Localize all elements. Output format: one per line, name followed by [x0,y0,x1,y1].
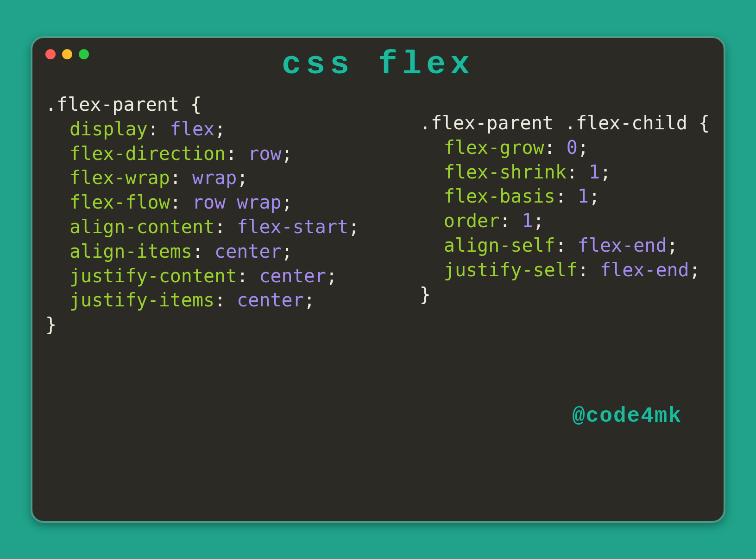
css-property: order [444,210,499,231]
colon: : [170,191,181,213]
css-value: center [259,265,326,286]
semicolon: ; [282,143,293,164]
css-value: flex-start [237,216,348,237]
code-block-child: .flex-parent .flex-child { flex-grow: 0;… [420,111,711,337]
colon: : [544,137,555,158]
code-columns: .flex-parent { display: flex; flex-direc… [32,83,724,337]
css-property: flex-shrink [444,161,567,183]
colon: : [555,235,567,256]
css-property: flex-wrap [69,167,170,188]
semicolon: ; [237,167,248,188]
css-property: justify-self [444,259,578,280]
author-handle: @code4mk [572,404,682,428]
close-brace: } [420,284,431,305]
css-property: flex-direction [69,143,226,164]
semicolon: ; [600,161,611,183]
colon: : [499,210,510,231]
semicolon: ; [578,137,589,158]
css-property: flex-flow [69,191,170,213]
semicolon: ; [589,185,600,207]
colon: : [148,118,159,140]
css-property: flex-basis [444,185,555,207]
css-value: 0 [567,137,578,158]
css-property: justify-items [69,289,214,311]
semicolon: ; [689,259,700,280]
selector: .flex-parent [45,94,179,115]
colon: : [237,265,248,286]
css-property: display [69,118,148,140]
open-brace: { [190,94,202,115]
code-window: css flex .flex-parent { display: flex; f… [31,36,725,523]
maximize-icon[interactable] [79,49,89,59]
selector: .flex-parent .flex-child [420,112,687,133]
colon: : [214,216,226,237]
semicolon: ; [282,191,293,213]
css-value: row [248,143,281,164]
traffic-lights [45,49,89,59]
semicolon: ; [667,235,678,256]
css-value: wrap [192,167,237,188]
open-brace: { [699,112,710,133]
css-property: align-items [69,241,192,262]
css-value: 1 [578,185,589,207]
css-value: center [214,241,282,262]
css-value: 1 [589,161,600,183]
semicolon: ; [533,210,544,231]
colon: : [170,167,181,188]
css-value: flex-end [578,235,667,256]
css-property: align-self [444,235,555,256]
colon: : [567,161,578,183]
semicolon: ; [304,289,315,311]
semicolon: ; [282,241,293,262]
colon: : [192,241,203,262]
code-block-parent: .flex-parent { display: flex; flex-direc… [45,92,401,337]
colon: : [555,185,567,207]
window-title: css flex [32,46,724,83]
minimize-icon[interactable] [62,49,72,59]
colon: : [226,143,237,164]
css-property: flex-grow [444,137,544,158]
css-value: center [237,289,304,311]
css-value: flex-end [600,259,689,280]
semicolon: ; [214,118,226,140]
css-value: 1 [522,210,533,231]
close-icon[interactable] [45,49,56,59]
colon: : [214,289,226,311]
css-value: flex [170,118,214,140]
css-value: row wrap [192,191,282,213]
css-property: align-content [69,216,214,237]
colon: : [578,259,589,280]
semicolon: ; [348,216,359,237]
close-brace: } [45,314,57,335]
css-property: justify-content [69,265,237,286]
semicolon: ; [326,265,337,286]
